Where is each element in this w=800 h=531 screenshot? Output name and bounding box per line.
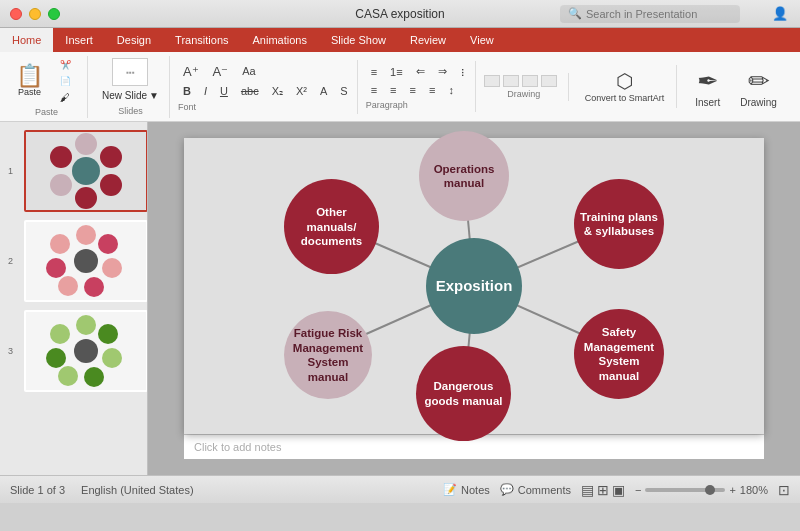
- bubble-safety: Safety Management System manual: [574, 309, 664, 399]
- tab-slideshow[interactable]: Slide Show: [319, 28, 398, 52]
- svg-point-5: [75, 187, 97, 209]
- slide-canvas[interactable]: Exposition Operations manual Training pl…: [184, 138, 764, 434]
- minimize-button[interactable]: [29, 8, 41, 20]
- new-slide-chevron: ▼: [149, 90, 159, 101]
- align-left-button[interactable]: ≡: [366, 82, 382, 98]
- align-center-button[interactable]: ≡: [385, 82, 401, 98]
- shape-4[interactable]: [541, 75, 557, 87]
- slide-num-3: 3: [8, 346, 13, 356]
- superscript-button[interactable]: X²: [291, 83, 312, 99]
- slide-item-1[interactable]: 1: [24, 130, 141, 212]
- italic-button[interactable]: I: [199, 83, 212, 99]
- subscript-button[interactable]: X₂: [267, 83, 288, 100]
- font-color-button[interactable]: A: [315, 83, 332, 99]
- increase-indent-button[interactable]: ⇒: [433, 63, 452, 80]
- bold-button[interactable]: B: [178, 83, 196, 99]
- font-group-label: Font: [178, 102, 353, 112]
- slide-preview-button[interactable]: ▪▪▪: [112, 58, 148, 86]
- paste-button[interactable]: 📋 Paste: [12, 63, 47, 99]
- slide-thumb-1[interactable]: [24, 130, 148, 212]
- tab-home[interactable]: Home: [0, 28, 53, 52]
- main-area: 1 2: [0, 122, 800, 475]
- copy-button[interactable]: 📄: [49, 74, 81, 88]
- maximize-button[interactable]: [48, 8, 60, 20]
- align-justify-button[interactable]: ≡: [424, 82, 440, 98]
- cut-button[interactable]: ✂️: [49, 58, 81, 72]
- zoom-level: 180%: [740, 484, 768, 496]
- convert-smartart-button[interactable]: ⬡ Convert to SmartArt: [579, 67, 671, 106]
- notes-placeholder: Click to add notes: [194, 441, 281, 453]
- tab-design[interactable]: Design: [105, 28, 163, 52]
- drawing-label: Drawing: [740, 97, 777, 108]
- shape-1[interactable]: [484, 75, 500, 87]
- svg-point-23: [58, 366, 78, 386]
- format-painter-button[interactable]: 🖌: [49, 90, 81, 105]
- svg-point-10: [76, 225, 96, 245]
- notes-toggle[interactable]: 📝 Notes: [443, 483, 490, 496]
- text-highlight[interactable]: S: [335, 83, 352, 99]
- smartart-icon: ⬡: [616, 69, 633, 93]
- search-bar[interactable]: 🔍: [560, 5, 740, 23]
- comments-toggle[interactable]: 💬 Comments: [500, 483, 571, 496]
- ribbon-tabs: Home Insert Design Transitions Animation…: [0, 28, 800, 52]
- ribbon-content: 📋 Paste ✂️ 📄 🖌 Paste ▪▪▪: [0, 52, 800, 122]
- insert-big-button[interactable]: ✒ Insert: [687, 63, 728, 111]
- bullet-list-button[interactable]: ≡: [366, 63, 382, 80]
- tab-transitions[interactable]: Transitions: [163, 28, 240, 52]
- new-slide-dropdown[interactable]: New Slide ▼: [98, 88, 163, 103]
- font-style[interactable]: Aa: [237, 63, 260, 79]
- statusbar-right: 📝 Notes 💬 Comments ▤ ⊞ ▣ − + 180% ⊡: [443, 482, 790, 498]
- strikethrough-button[interactable]: abc: [236, 83, 264, 99]
- tab-insert[interactable]: Insert: [53, 28, 105, 52]
- zoom-controls: − + 180%: [635, 484, 768, 496]
- svg-point-25: [50, 324, 70, 344]
- bubble-exposition: Exposition: [426, 238, 522, 334]
- columns-button[interactable]: ⫶: [455, 63, 471, 80]
- reading-view-button[interactable]: ▣: [612, 482, 625, 498]
- align-right-button[interactable]: ≡: [405, 82, 421, 98]
- line-spacing-button[interactable]: ↕: [443, 82, 459, 98]
- copy-icon: 📄: [60, 76, 71, 86]
- svg-point-14: [58, 276, 78, 296]
- normal-view-button[interactable]: ▤: [581, 482, 594, 498]
- notes-label: Notes: [461, 484, 490, 496]
- svg-point-19: [76, 315, 96, 335]
- search-input[interactable]: [586, 8, 732, 20]
- tab-animations[interactable]: Animations: [241, 28, 319, 52]
- fit-window-button[interactable]: ⊡: [778, 482, 790, 498]
- slide-item-2[interactable]: 2: [24, 220, 141, 302]
- slide-sorter-button[interactable]: ⊞: [597, 482, 609, 498]
- bubble-other: Other manuals/ documents: [284, 179, 379, 274]
- new-slide-group-label: Slides: [118, 106, 143, 116]
- notes-icon: 📝: [443, 483, 457, 496]
- slide-thumb-3[interactable]: [24, 310, 148, 392]
- new-slide-label: New Slide: [102, 90, 147, 101]
- zoom-in-button[interactable]: +: [729, 484, 735, 496]
- tab-review[interactable]: Review: [398, 28, 458, 52]
- insert-label: Insert: [695, 97, 720, 108]
- numbered-list-button[interactable]: 1≡: [385, 63, 408, 80]
- tab-view[interactable]: View: [458, 28, 506, 52]
- slide-canvas-wrap: Exposition Operations manual Training pl…: [148, 122, 800, 475]
- slide-img-2: [26, 222, 146, 300]
- slide-thumb-2[interactable]: [24, 220, 148, 302]
- user-icon[interactable]: 👤: [772, 6, 788, 21]
- svg-point-20: [98, 324, 118, 344]
- zoom-out-button[interactable]: −: [635, 484, 641, 496]
- zoom-slider-thumb: [705, 485, 715, 495]
- svg-point-9: [74, 249, 98, 273]
- shape-3[interactable]: [522, 75, 538, 87]
- cut-icon: ✂️: [60, 60, 71, 70]
- drawing-big-button[interactable]: ✏ Drawing: [732, 63, 785, 111]
- slide-item-3[interactable]: 3: [24, 310, 141, 392]
- close-button[interactable]: [10, 8, 22, 20]
- para-group-label: Paragraph: [366, 100, 471, 110]
- svg-point-11: [98, 234, 118, 254]
- shape-2[interactable]: [503, 75, 519, 87]
- underline-button[interactable]: U: [215, 83, 233, 99]
- svg-point-4: [100, 174, 122, 196]
- zoom-slider[interactable]: [645, 488, 725, 492]
- font-size-up[interactable]: A⁺: [178, 62, 204, 81]
- font-size-down[interactable]: A⁻: [208, 62, 234, 81]
- decrease-indent-button[interactable]: ⇐: [411, 63, 430, 80]
